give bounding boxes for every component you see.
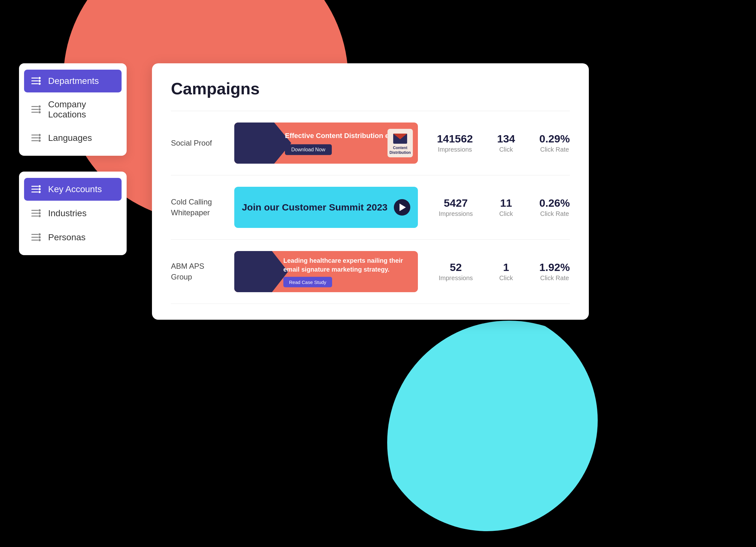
social-proof-click-rate: 0.29% Click Rate	[539, 133, 570, 153]
svg-rect-26	[31, 213, 38, 214]
cold-calling-click-rate-value: 0.26%	[539, 198, 570, 208]
abm-case-study-btn[interactable]: Read Case Study	[283, 277, 332, 287]
sidebar-item-personas[interactable]: Personas	[24, 226, 122, 249]
social-proof-click-value: 134	[497, 133, 515, 144]
svg-rect-24	[31, 210, 38, 211]
sidebar-item-languages[interactable]: Languages	[24, 127, 122, 149]
abm-click-rate: 1.92% Click Rate	[539, 262, 570, 282]
abm-left-shape	[234, 251, 288, 292]
personas-icon	[30, 232, 42, 243]
svg-point-1	[39, 77, 41, 79]
social-proof-name: Social Proof	[171, 138, 222, 148]
sidebar-item-key-accounts[interactable]: Key Accounts	[24, 178, 122, 201]
content-distribution-label: Content Distribution	[389, 146, 411, 155]
svg-point-3	[39, 80, 41, 82]
abm-banner-title: Leading healthcare experts nailing their…	[283, 256, 412, 274]
svg-point-25	[39, 209, 41, 211]
abm-click: 1 Click	[492, 262, 520, 282]
abm-impressions-label: Impressions	[439, 274, 473, 282]
key-accounts-label: Key Accounts	[48, 184, 102, 194]
abm-impressions: 52 Impressions	[439, 262, 473, 282]
svg-point-13	[39, 134, 41, 136]
company-locations-label: Company Locations	[48, 99, 115, 120]
abm-stats: 52 Impressions 1 Click 1.92% Click Rate	[439, 262, 570, 282]
cold-calling-click-value: 11	[500, 198, 512, 208]
social-proof-banner[interactable]: Effective Content Distribution eBook Dow…	[234, 123, 418, 164]
svg-point-7	[39, 105, 41, 108]
svg-rect-4	[31, 83, 38, 84]
svg-rect-32	[31, 237, 38, 238]
sidebar-item-industries[interactable]: Industries	[24, 202, 122, 225]
social-proof-stats: 141562 Impressions 134 Click 0.29% Click…	[437, 133, 570, 153]
sidebar-panels: Departments Company Locations	[19, 63, 127, 255]
cold-calling-banner[interactable]: Join our Customer Summit 2023	[234, 187, 418, 228]
departments-label: Departments	[48, 76, 99, 86]
sidebar-item-departments[interactable]: Departments	[24, 70, 122, 92]
abm-click-value: 1	[503, 262, 509, 273]
social-proof-click-rate-value: 0.29%	[539, 133, 570, 144]
social-proof-download-btn[interactable]: Download Now	[285, 144, 332, 155]
svg-rect-0	[31, 78, 38, 79]
svg-point-31	[39, 233, 41, 236]
social-proof-click-rate-label: Click Rate	[540, 146, 569, 153]
social-proof-click: 134 Click	[492, 133, 520, 153]
campaigns-title: Campaigns	[171, 79, 570, 98]
abm-click-label: Click	[499, 274, 513, 282]
svg-point-15	[39, 137, 41, 139]
campaign-row-social-proof: Social Proof Effective Content Distribut…	[171, 111, 570, 175]
industries-icon	[30, 208, 42, 219]
departments-icon	[30, 75, 42, 87]
sidebar-item-company-locations[interactable]: Company Locations	[24, 94, 122, 125]
svg-rect-20	[31, 189, 38, 190]
key-accounts-icon	[30, 184, 42, 195]
cold-calling-banner-text: Join our Customer Summit 2023	[242, 202, 387, 213]
svg-rect-14	[31, 137, 38, 138]
svg-rect-6	[31, 106, 38, 107]
svg-rect-28	[31, 216, 38, 217]
svg-point-11	[39, 111, 41, 113]
svg-rect-18	[31, 186, 38, 187]
cold-calling-impressions-label: Impressions	[439, 210, 473, 217]
svg-rect-16	[31, 140, 38, 141]
svg-point-23	[39, 191, 41, 193]
abm-content: Leading healthcare experts nailing their…	[283, 256, 418, 287]
svg-point-17	[39, 140, 41, 142]
personas-label: Personas	[48, 232, 85, 242]
svg-point-19	[39, 185, 41, 187]
cold-calling-name: Cold Calling Whitepaper	[171, 197, 222, 218]
campaign-row-abm: ABM APS Group Leading healthcare experts…	[171, 239, 570, 304]
languages-icon	[30, 132, 42, 144]
svg-point-5	[39, 83, 41, 85]
social-proof-impressions: 141562 Impressions	[437, 133, 473, 153]
company-locations-icon	[30, 104, 42, 115]
sidebar-panel-1: Departments Company Locations	[19, 63, 127, 156]
svg-rect-34	[31, 240, 38, 241]
svg-point-9	[39, 108, 41, 110]
cold-calling-click-rate-label: Click Rate	[540, 210, 569, 217]
svg-rect-10	[31, 112, 38, 113]
campaigns-panel: Campaigns Social Proof Effective Content…	[152, 63, 589, 320]
svg-point-33	[39, 236, 41, 238]
svg-point-21	[39, 188, 41, 190]
envelope-graphic	[393, 131, 407, 146]
abm-click-rate-label: Click Rate	[540, 274, 569, 282]
cold-calling-stats: 5427 Impressions 11 Click 0.26% Click Ra…	[439, 198, 570, 217]
cold-calling-click-label: Click	[499, 210, 513, 217]
play-button[interactable]	[394, 199, 410, 216]
sidebar-panel-2: Key Accounts Industries	[19, 172, 127, 255]
social-proof-impressions-value: 141562	[437, 133, 473, 144]
abm-click-rate-value: 1.92%	[539, 262, 570, 273]
cold-calling-impressions: 5427 Impressions	[439, 198, 473, 217]
social-proof-click-label: Click	[499, 146, 513, 153]
svg-rect-12	[31, 135, 38, 135]
cold-calling-click: 11 Click	[492, 198, 520, 217]
languages-label: Languages	[48, 133, 92, 143]
abm-banner[interactable]: Leading healthcare experts nailing their…	[234, 251, 418, 292]
svg-rect-22	[31, 192, 38, 192]
abm-name: ABM APS Group	[171, 261, 222, 282]
content-distribution-card: Content Distribution	[387, 129, 413, 157]
cold-calling-impressions-value: 5427	[444, 198, 468, 208]
campaign-row-cold-calling: Cold Calling Whitepaper Join our Custome…	[171, 175, 570, 239]
svg-rect-8	[31, 109, 38, 110]
abm-impressions-value: 52	[450, 262, 462, 273]
